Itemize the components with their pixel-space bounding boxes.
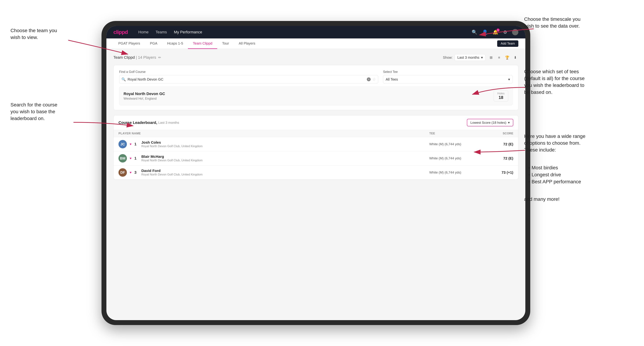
course-panel-row: Find a Golf Course 🔍 Royal North Devon G… [119,70,512,84]
tee-label: Select Tee [383,70,512,74]
app-logo: clippd [114,29,128,35]
nav-icons: 🔍 👤 🔔1 ⚙ [472,29,518,35]
tee-col: White (M) (6,744 yds) [429,171,478,174]
clear-search-button[interactable]: × [367,77,371,81]
team-title: Team Clippd | 14 Players [114,55,156,60]
bell-icon[interactable]: 🔔1 [492,29,498,35]
tab-team-clippd[interactable]: Team Clippd [188,38,217,49]
grid-view-icon[interactable]: ⊞ [488,54,494,61]
settings-icon[interactable]: ⚙ [503,29,507,35]
notification-badge: 1 [496,28,500,32]
nav-home[interactable]: Home [138,30,148,34]
player-details: David Ford Royal North Devon Golf Club, … [142,169,203,176]
tee-value: All Tees [386,77,398,81]
annotation-course-search: Search for the courseyou wish to base th… [10,101,58,122]
col-header-score: SCORE [478,132,513,135]
avatar-blair-mcharg: BM [118,154,127,163]
person-icon[interactable]: 👤 [482,29,488,35]
score-type-button[interactable]: Lowest Score (18 holes) ▾ [467,119,513,126]
chevron-down-icon: ▾ [481,55,483,60]
tablet-frame: clippd Home Teams My Performance 🔍 👤 🔔1 … [102,21,530,325]
player-name: David Ford [142,169,203,173]
app-navbar: clippd Home Teams My Performance 🔍 👤 🔔1 … [106,26,525,38]
sub-nav: PGAT Players PGA Hcaps 1-5 Team Clippd T… [106,38,525,49]
tab-pgat-players[interactable]: PGAT Players [114,38,145,49]
tee-chevron-icon: ▾ [508,77,510,81]
add-team-button[interactable]: Add Team [497,40,518,47]
player-col: DF ♥ 3 David Ford Royal North Devon Golf… [118,168,429,177]
score-col: 73 (+1) [478,170,513,174]
download-icon[interactable]: ⬇ [512,54,518,61]
holes-box: Holes 18 [494,90,508,102]
annotation-tee-choice: Choose which set of tees(default is all)… [524,68,585,96]
course-search-value: Royal North Devon GC [128,77,365,81]
annotation-timescale: Choose the timescale youwish to see the … [524,16,580,29]
tab-all-players[interactable]: All Players [234,38,260,49]
tab-pga[interactable]: PGA [145,38,162,49]
player-club: Royal North Devon Golf Club, United King… [142,173,203,176]
score-col: 72 (E) [478,142,513,146]
tablet-screen: clippd Home Teams My Performance 🔍 👤 🔔1 … [106,26,525,320]
bullet-item: Longest drive [528,171,581,178]
player-col: BM ♥ 1 Blair McHarg Royal North Devon Go… [118,154,429,163]
annotation-team-choice: Choose the team youwish to view. [10,27,57,41]
bullet-item: Most birdies [528,164,581,171]
list-view-icon[interactable]: ≡ [496,54,502,61]
table-row: DF ♥ 3 David Ford Royal North Devon Golf… [114,166,518,179]
course-location: Westward Ho!, England [124,97,494,100]
annotation-options: Here you have a wide rangeof options to … [524,133,586,154]
course-search-panel: Find a Golf Course 🔍 Royal North Devon G… [114,65,518,110]
heart-icon: ♥ [130,142,132,146]
holes-label: Holes [497,92,504,95]
leaderboard-table: PLAYER NAME TEE SCORE JC ♥ 1 Josh Coles [114,130,518,179]
select-tee-group: Select Tee All Tees ▾ [383,70,512,84]
main-content: Team Clippd | 14 Players ✏ Show: Last 3 … [106,49,525,185]
show-dropdown[interactable]: Last 3 months ▾ [455,54,486,61]
player-name: Blair McHarg [142,155,203,159]
leaderboard-header: Course Leaderboard, Last 3 months Lowest… [114,115,518,130]
player-club: Royal North Devon Golf Club, United King… [142,159,203,162]
annotation-and-more: and many more! [524,196,560,202]
bullet-item: Best APP performance [528,178,581,185]
search-small-icon: 🔍 [122,77,126,81]
col-header-player: PLAYER NAME [118,132,429,135]
score-type-chevron: ▾ [508,121,510,125]
course-result: Royal North Devon GC Westward Ho!, Engla… [119,87,512,105]
heart-icon: ♥ [130,171,132,174]
leaderboard-panel: Course Leaderboard, Last 3 months Lowest… [114,115,518,180]
tee-col: White (M) (6,744 yds) [429,156,478,160]
annotation-bullet-list: Most birdies Longest drive Best APP perf… [528,164,581,185]
score-col: 72 (E) [478,156,513,161]
table-row: JC ♥ 1 Josh Coles Royal North Devon Golf… [114,137,518,151]
table-header: PLAYER NAME TEE SCORE [114,130,518,137]
player-count: | 14 Players [136,55,156,60]
col-header-tee: TEE [429,132,478,135]
course-name: Royal North Devon GC [124,92,494,96]
player-col: JC ♥ 1 Josh Coles Royal North Devon Golf… [118,140,429,148]
trophy-icon[interactable]: 🏆 [504,54,510,61]
avatar[interactable] [512,29,518,35]
player-rank: 3 [134,170,138,175]
nav-my-performance[interactable]: My Performance [174,30,202,34]
tab-hcaps[interactable]: Hcaps 1-5 [162,38,188,49]
avatar-david-ford: DF [118,168,127,177]
tab-tour[interactable]: Tour [217,38,234,49]
favorite-icon[interactable]: ☆ [372,77,376,82]
player-details: Josh Coles Royal North Devon Golf Club, … [142,140,203,148]
view-icons: ⊞ ≡ 🏆 ⬇ [488,54,518,61]
course-search-input-wrap[interactable]: 🔍 Royal North Devon GC × ☆ [119,75,378,84]
player-club: Royal North Devon Golf Club, United King… [142,145,203,148]
player-name: Josh Coles [142,140,203,145]
tee-col: White (M) (6,744 yds) [429,142,478,146]
search-icon[interactable]: 🔍 [472,29,477,35]
find-course-group: Find a Golf Course 🔍 Royal North Devon G… [119,70,378,84]
find-course-label: Find a Golf Course [119,70,378,74]
tee-select[interactable]: All Tees ▾ [383,75,512,84]
edit-icon[interactable]: ✏ [158,55,161,60]
table-row: BM ♥ 1 Blair McHarg Royal North Devon Go… [114,151,518,166]
player-details: Blair McHarg Royal North Devon Golf Club… [142,155,203,162]
nav-teams[interactable]: Teams [156,30,167,34]
player-rank: 1 [134,142,138,147]
show-label: Show: [443,56,453,60]
holes-value: 18 [497,95,504,100]
